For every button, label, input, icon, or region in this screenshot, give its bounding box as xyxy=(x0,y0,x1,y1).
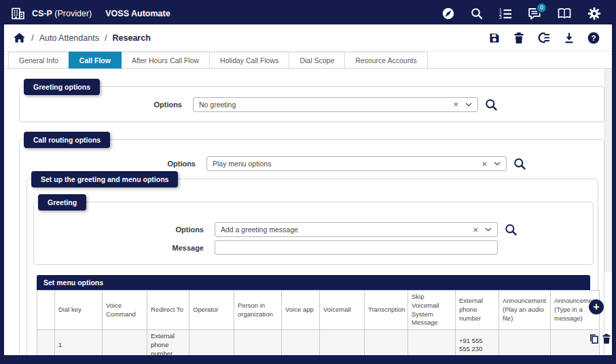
svg-text:3: 3 xyxy=(499,15,502,20)
lookup-search-icon[interactable] xyxy=(485,98,497,111)
table-cell-voice-command xyxy=(103,330,147,355)
breadcrumb-separator: / xyxy=(105,33,107,43)
clear-icon[interactable]: × xyxy=(453,100,458,109)
greeting-title: Greeting xyxy=(38,194,86,211)
column-header-voice-app: Voice app xyxy=(282,291,320,330)
greeting-options-select[interactable]: No greeting × xyxy=(193,97,478,112)
add-row-button[interactable]: + xyxy=(589,299,604,314)
greeting-options-panel: Greeting options Options No greeting × xyxy=(19,86,604,122)
call-routing-options-select[interactable]: Play menu options × xyxy=(206,156,507,171)
lookup-search-icon[interactable] xyxy=(513,158,526,170)
column-header-dial-key: Dial key xyxy=(55,291,103,330)
building-icon[interactable] xyxy=(11,7,26,20)
compass-icon[interactable] xyxy=(441,7,455,20)
call-routing-options-panel: Call routing options Options Play menu o… xyxy=(19,139,604,355)
column-header-transcription: Transcription xyxy=(365,291,408,330)
delete-icon[interactable] xyxy=(513,32,524,44)
help-icon[interactable]: ? xyxy=(587,32,600,44)
home-icon[interactable] xyxy=(13,32,26,43)
call-routing-options-title: Call routing options xyxy=(24,132,110,148)
options-label: Options xyxy=(20,101,182,109)
search-icon[interactable] xyxy=(471,7,483,20)
org-name: CS-P xyxy=(32,9,52,18)
tab-after-hours-call-flow[interactable]: After Hours Call Flow xyxy=(121,52,210,68)
column-header-announcement-audio: Announcement (Play an audio file) xyxy=(499,291,551,330)
table-row: 1 External phone number +91 555 555 230 xyxy=(37,330,600,355)
greeting-options-title: Greeting options xyxy=(24,79,100,95)
column-header xyxy=(37,291,55,330)
message-input[interactable] xyxy=(215,240,498,255)
column-header-skip-voicemail: Skip Voicemail System Message xyxy=(408,291,456,330)
breadcrumb-auto-attendants[interactable]: Auto Attendants xyxy=(39,33,99,43)
chat-icon[interactable]: 0 xyxy=(528,7,541,20)
table-cell-voice-app xyxy=(282,330,320,355)
table-cell xyxy=(37,330,55,355)
tab-bar: General Info Call Flow After Hours Call … xyxy=(4,52,612,69)
table-cell-transcription xyxy=(365,330,408,355)
chevron-down-icon[interactable] xyxy=(494,162,501,166)
selected-value: No greeting xyxy=(199,101,453,109)
gear-icon[interactable] xyxy=(587,7,601,20)
numbered-list-icon[interactable]: 1 2 3 xyxy=(499,8,512,20)
message-label: Message xyxy=(34,244,204,252)
table-cell-dial-key: 1 xyxy=(55,330,103,355)
download-icon[interactable] xyxy=(564,32,575,44)
org-suffix: (Provider) xyxy=(54,9,92,18)
tab-resource-accounts[interactable]: Resource Accounts xyxy=(344,52,427,68)
table-cell-announcement-audio xyxy=(499,330,551,355)
svg-text:?: ? xyxy=(591,34,596,42)
table-cell-voicemail xyxy=(320,330,365,355)
column-header-external-phone: External phone number xyxy=(456,291,499,330)
tab-general-info[interactable]: General Info xyxy=(8,52,69,68)
column-header-voice-command: Voice Command xyxy=(103,291,147,330)
delete-row-icon[interactable] xyxy=(602,333,611,344)
org-title: CS-P (Provider) xyxy=(32,9,92,18)
table-cell-external-phone: +91 555 555 230 xyxy=(456,330,499,355)
form-content: Greeting options Options No greeting × xyxy=(4,69,612,355)
column-header-person-in-organization: Person in organization xyxy=(234,291,282,330)
table-header-row: Dial key Voice Command Redirect To Opera… xyxy=(37,291,600,330)
chevron-down-icon[interactable] xyxy=(465,103,472,107)
clear-icon[interactable]: × xyxy=(482,160,487,168)
column-header-voicemail: Voicemail xyxy=(320,291,365,330)
table-cell-person-in-organization xyxy=(234,330,282,355)
notification-badge: 0 xyxy=(537,3,546,12)
copy-row-icon[interactable] xyxy=(589,333,599,344)
book-icon[interactable] xyxy=(557,7,572,20)
table-cell-operator xyxy=(189,330,234,355)
set-menu-options-section: Set menu options xyxy=(37,275,590,355)
tab-call-flow[interactable]: Call Flow xyxy=(69,52,122,69)
vertical-scrollbar[interactable] xyxy=(604,69,612,272)
clear-icon[interactable]: × xyxy=(473,225,478,234)
table-actions-gutter: + xyxy=(587,290,608,355)
app-title: VOSS Automate xyxy=(105,9,170,18)
lookup-search-icon[interactable] xyxy=(505,223,517,236)
column-header-redirect-to: Redirect To xyxy=(147,291,189,330)
tab-holiday-call-flows[interactable]: Holiday Call Flows xyxy=(209,52,289,68)
top-bar: CS-P (Provider) VOSS Automate 1 2 3 xyxy=(4,0,612,24)
setup-greeting-menu-title: Set up the greeting and menu options xyxy=(31,171,178,187)
selected-value: Play menu options xyxy=(213,160,482,168)
options-label: Options xyxy=(20,160,196,168)
breadcrumb-separator: / xyxy=(31,33,34,43)
save-icon[interactable] xyxy=(488,32,501,44)
column-header-operator: Operator xyxy=(189,291,234,330)
breadcrumb-research: Research xyxy=(113,33,151,43)
greeting-select[interactable]: Add a greeting message × xyxy=(215,222,498,237)
chevron-down-icon[interactable] xyxy=(485,228,492,232)
tab-dial-scope[interactable]: Dial Scope xyxy=(289,52,345,68)
clone-icon[interactable] xyxy=(537,32,551,43)
table-cell-skip-voicemail xyxy=(408,330,456,355)
menu-options-table: Dial key Voice Command Redirect To Opera… xyxy=(37,290,600,355)
options-label: Options xyxy=(34,225,204,234)
setup-greeting-menu-panel: Set up the greeting and menu options Gre… xyxy=(26,179,598,355)
breadcrumb: / Auto Attendants / Research xyxy=(4,24,612,52)
selected-value: Add a greeting message xyxy=(221,225,473,234)
set-menu-options-title: Set menu options xyxy=(37,275,590,290)
greeting-panel: Greeting Options Add a greeting message … xyxy=(33,202,594,265)
table-cell-redirect-to: External phone number xyxy=(147,330,189,355)
main-window: / Auto Attendants / Research xyxy=(4,24,612,355)
